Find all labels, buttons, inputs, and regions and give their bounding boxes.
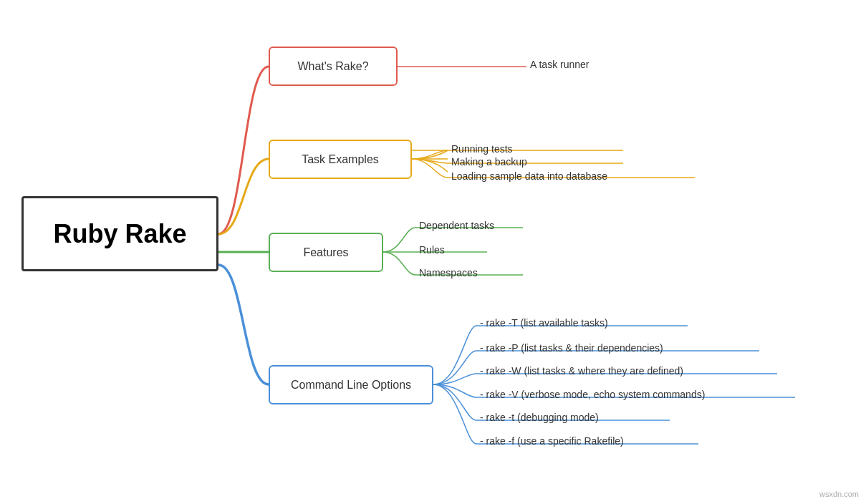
- leaf-task-1: Making a backup: [451, 156, 527, 168]
- watermark: wsxdn.com: [819, 490, 859, 498]
- task-examples-node: Task Examples: [269, 140, 412, 179]
- features-node: Features: [269, 233, 383, 272]
- features-label: Features: [303, 246, 348, 259]
- root-label: Ruby Rake: [53, 219, 186, 249]
- leaf-features-1: Rules: [419, 244, 445, 256]
- leaf-cli-2: - rake -W (list tasks & where they are d…: [480, 365, 683, 377]
- cli-node: Command Line Options: [269, 365, 433, 404]
- leaf-whats-rake-0: A task runner: [530, 59, 590, 70]
- whats-rake-label: What's Rake?: [297, 60, 368, 73]
- leaf-cli-1: - rake -P (list tasks & their dependenci…: [480, 342, 663, 354]
- leaf-cli-3: - rake -V (verbose mode, echo system com…: [480, 389, 705, 400]
- whats-rake-node: What's Rake?: [269, 47, 398, 86]
- leaf-task-2: Loading sample data into database: [451, 170, 607, 182]
- task-examples-label: Task Examples: [302, 153, 379, 166]
- cli-label: Command Line Options: [291, 379, 411, 392]
- leaf-features-0: Dependent tasks: [419, 220, 494, 231]
- leaf-task-0: Running tests: [451, 143, 513, 155]
- root-node: Ruby Rake: [21, 196, 218, 271]
- leaf-cli-5: - rake -f (use a specific Rakefile): [480, 435, 624, 447]
- leaf-cli-4: - rake -t (debugging mode): [480, 412, 599, 423]
- leaf-cli-0: - rake -T (list available tasks): [480, 317, 608, 329]
- leaf-features-2: Namespaces: [419, 267, 478, 278]
